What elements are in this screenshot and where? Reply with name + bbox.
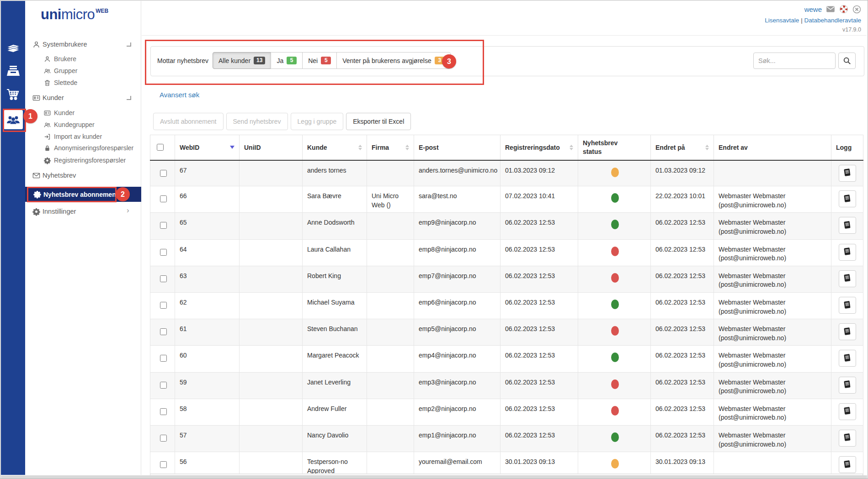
webid-cell: 64 [175, 239, 240, 266]
sidebar-item-grupper[interactable]: Grupper [25, 65, 141, 77]
column-header-firma[interactable]: Firma [367, 135, 414, 160]
horizontal-scrollbar[interactable] [1, 475, 867, 479]
sort-toggle-icon[interactable] [705, 145, 709, 150]
select-row-checkbox[interactable] [160, 382, 167, 389]
action-button-legg-i-gruppe[interactable]: Legg i gruppe [291, 113, 344, 130]
log-button[interactable] [839, 165, 856, 182]
filter-button-nei[interactable]: Nei5 [302, 52, 337, 69]
select-row-checkbox[interactable] [160, 461, 167, 468]
log-button[interactable] [839, 244, 856, 261]
customers-rail-item-active[interactable] [4, 110, 23, 129]
table-row: 59Janet Leverlingemp3@ninjacorp.no06.02.… [150, 372, 863, 399]
log-book-icon [844, 221, 851, 230]
action-button-send-nyhetsbrev[interactable]: Send nyhetsbrev [226, 113, 288, 130]
sort-desc-icon[interactable] [230, 146, 234, 149]
data-processing-agreement-link[interactable]: Databehandleravtale [804, 17, 861, 24]
unimicro-logo[interactable]: unimicroWEB [41, 6, 108, 23]
sidebar-item-label: Kunder [54, 109, 75, 116]
filter-button-label: Venter på brukerens avgjørelse [342, 57, 431, 64]
mail-icon[interactable] [826, 5, 835, 13]
log-book-icon [844, 168, 851, 178]
search-group [753, 53, 856, 69]
close-circle-icon[interactable] [852, 5, 861, 14]
sidebar-item-brukere[interactable]: Brukere [25, 53, 141, 65]
filter-button-ja[interactable]: Ja5 [271, 52, 303, 69]
select-row-checkbox[interactable] [160, 328, 167, 335]
shopping-cart-icon[interactable] [6, 87, 21, 101]
log-button[interactable] [839, 297, 856, 314]
sidebar-item-anonymiseringsforesp-rsler[interactable]: Anonymiseringsforespørsler [25, 142, 141, 154]
table-row: 63Robert Kingemp7@ninjacorp.no06.02.2023… [150, 266, 863, 292]
advanced-search-link[interactable]: Avansert søk [160, 91, 199, 99]
app-window: unimicroWEB SystembrukereBrukereGrupperS… [0, 0, 868, 479]
endret_av-cell: Webmaster Webmaster (post@unimicroweb.no… [714, 399, 831, 425]
log-button[interactable] [839, 270, 856, 287]
select-row-checkbox[interactable] [160, 408, 167, 415]
select-row-checkbox[interactable] [160, 435, 167, 442]
select-all-checkbox[interactable] [157, 144, 164, 151]
sidebar-item-slettede[interactable]: Slettede [25, 77, 141, 89]
sidebar-item-kunder[interactable]: Kunder [25, 107, 141, 119]
log-button[interactable] [839, 377, 856, 394]
username-link[interactable]: wewe [804, 5, 822, 13]
endret_av-cell: Webmaster Webmaster (post@unimicroweb.no… [714, 266, 831, 292]
row-checkbox-cell [150, 372, 175, 399]
column-header-endret-p[interactable]: Endret på [651, 135, 714, 160]
documents-icon[interactable] [6, 39, 21, 54]
sidebar-item-import-av-kunder[interactable]: Import av kunder [25, 131, 141, 142]
log-button[interactable] [839, 323, 856, 340]
uniid-cell [240, 319, 303, 346]
column-header-label: Nyhetsbrev status [583, 139, 625, 156]
endret_pa-cell: 06.02.2023 12:53 [651, 239, 714, 266]
log-button[interactable] [839, 456, 856, 473]
filter-button-venter-p-brukerens-avgj-relse[interactable]: Venter på brukerens avgjørelse3 [336, 52, 451, 69]
newsletter-status-cell [578, 425, 651, 452]
endret_pa-cell: 22.02.2023 10:01 [651, 186, 714, 213]
idcard-icon [43, 109, 51, 117]
epost-cell: emp7@ninjacorp.no [414, 266, 501, 292]
sidebar-item-kundegrupper[interactable]: Kundegrupper [25, 119, 141, 131]
log-book-icon [844, 301, 851, 310]
sidebar-item-nyhetsbrev[interactable]: Nyhetsbrev [25, 169, 141, 181]
log-button[interactable] [839, 430, 856, 447]
help-lifebuoy-icon[interactable] [839, 5, 848, 14]
select-row-checkbox[interactable] [160, 195, 167, 202]
column-header-kunde[interactable]: Kunde [303, 135, 367, 160]
column-header-checkbox[interactable] [150, 135, 175, 160]
column-header-endret-av: Endret av [714, 135, 831, 160]
log-button[interactable] [839, 403, 856, 420]
select-row-checkbox[interactable] [160, 222, 167, 229]
action-buttons: Avslutt abonnementSend nyhetsbrevLegg i … [153, 113, 411, 130]
select-row-checkbox[interactable] [160, 275, 167, 282]
sidebar-item-registreringsforesp-rsler[interactable]: Registreringsforespørsler [25, 154, 141, 166]
logg-cell [831, 213, 863, 239]
license-agreement-link[interactable]: Lisensavtale [765, 17, 799, 24]
select-row-checkbox[interactable] [160, 302, 167, 309]
select-row-checkbox[interactable] [160, 249, 167, 256]
column-header-registreringsdato[interactable]: Registreringsdato [501, 135, 578, 160]
sort-toggle-icon[interactable] [358, 145, 362, 150]
epost-cell: emp2@ninjacorp.no [414, 399, 501, 425]
log-button[interactable] [839, 190, 856, 207]
select-row-checkbox[interactable] [160, 355, 167, 362]
sidebar-item-kunder[interactable]: Kunder [25, 92, 141, 104]
sort-toggle-icon[interactable] [570, 145, 573, 150]
select-row-checkbox[interactable] [160, 170, 167, 177]
endret_av-cell: Webmaster Webmaster (post@unimicroweb.no… [714, 213, 831, 239]
sidebar-item-systembrukere[interactable]: Systembrukere [25, 38, 141, 50]
action-button-eksporter-til-excel[interactable]: Eksporter til Excel [346, 113, 411, 130]
log-button[interactable] [839, 217, 856, 234]
sort-toggle-icon[interactable] [405, 145, 409, 150]
log-book-icon [844, 433, 851, 442]
search-button[interactable] [838, 53, 856, 69]
filter-count-badge: 5 [287, 57, 297, 64]
filter-button-alle-kunder[interactable]: Alle kunder13 [213, 52, 271, 69]
column-header-webid[interactable]: WebID [175, 135, 240, 160]
uniid-cell [240, 213, 303, 239]
sidebar-item-innstillinger[interactable]: Innstillinger› [25, 205, 141, 217]
search-input[interactable] [753, 53, 836, 69]
action-button-avslutt-abonnement[interactable]: Avslutt abonnement [153, 113, 224, 130]
archive-printer-icon[interactable] [6, 64, 21, 79]
table-row: 65Anne Dodsworthemp9@ninjacorp.no06.02.2… [150, 213, 863, 239]
log-button[interactable] [839, 350, 856, 367]
